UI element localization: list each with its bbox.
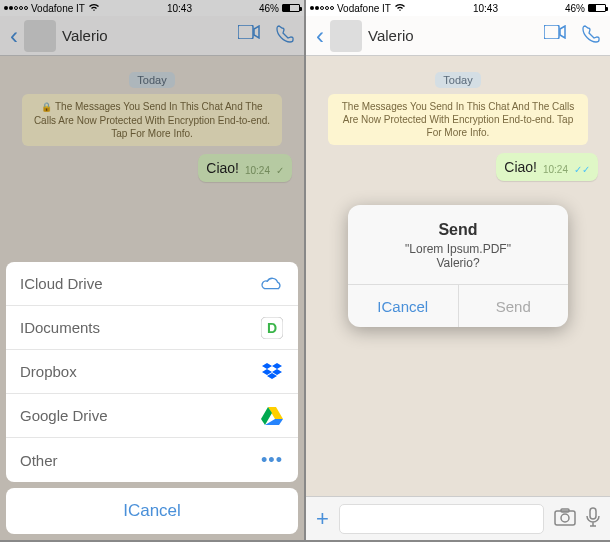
video-call-icon[interactable]: [544, 25, 566, 47]
battery-percent: 46%: [565, 3, 585, 14]
sheet-item-icloud[interactable]: ICloud Drive: [6, 262, 298, 306]
message-row: Ciao! 10:24 ✓✓: [318, 153, 598, 181]
read-check-icon: ✓✓: [574, 164, 590, 175]
wifi-icon: [394, 3, 406, 14]
action-sheet: ICloud Drive IDocuments D Dropbox Google…: [0, 256, 304, 540]
signal-dots: [310, 6, 334, 10]
chat-area: Today The Messages You Send In This Chat…: [306, 56, 610, 197]
chat-header: ‹ Valerio: [306, 16, 610, 56]
dropbox-icon: [260, 360, 284, 384]
battery-icon: [588, 4, 606, 12]
gdrive-icon: [260, 404, 284, 428]
day-label: Today: [314, 70, 602, 88]
status-bar: Vodafone IT 10:43 46%: [306, 0, 610, 16]
message-time: 10:24: [543, 164, 568, 175]
alert-filename: "Lorem Ipsum.PDF": [358, 242, 558, 256]
svg-rect-4: [555, 511, 575, 525]
svg-rect-7: [590, 508, 596, 519]
svg-point-5: [561, 514, 569, 522]
attach-button[interactable]: +: [316, 506, 329, 532]
back-button[interactable]: ‹: [316, 22, 324, 50]
battery-icon: [282, 4, 300, 12]
message-bubble[interactable]: Ciao! 10:24 ✓✓: [496, 153, 598, 181]
alert-title: Send: [358, 221, 558, 239]
mic-icon[interactable]: [586, 507, 600, 531]
voice-call-icon[interactable]: [582, 25, 600, 47]
sheet-item-gdrive[interactable]: Google Drive: [6, 394, 298, 438]
alert-send-button[interactable]: Send: [459, 285, 569, 327]
icloud-icon: [260, 272, 284, 296]
sheet-label: ICloud Drive: [20, 275, 103, 292]
alert-cancel-button[interactable]: ICancel: [348, 285, 459, 327]
contact-name[interactable]: Valerio: [368, 27, 544, 44]
encryption-banner[interactable]: The Messages You Send In This Chat And T…: [328, 94, 588, 145]
message-text: Ciao!: [504, 159, 537, 175]
sheet-label: Other: [20, 452, 58, 469]
documents-app-icon: D: [260, 316, 284, 340]
send-alert: Send "Lorem Ipsum.PDF" Valerio? ICancel …: [348, 205, 568, 327]
sheet-item-other[interactable]: Other •••: [6, 438, 298, 482]
sheet-label: Google Drive: [20, 407, 108, 424]
sheet-item-documents[interactable]: IDocuments D: [6, 306, 298, 350]
screen-right: Vodafone IT 10:43 46% ‹ Valerio Today Th…: [306, 0, 610, 540]
sheet-label: IDocuments: [20, 319, 100, 336]
carrier-label: Vodafone IT: [337, 3, 391, 14]
cancel-button[interactable]: ICancel: [6, 488, 298, 534]
sheet-group: ICloud Drive IDocuments D Dropbox Google…: [6, 262, 298, 482]
camera-icon[interactable]: [554, 508, 576, 530]
sheet-label: Dropbox: [20, 363, 77, 380]
input-bar: +: [306, 496, 610, 540]
sheet-item-dropbox[interactable]: Dropbox: [6, 350, 298, 394]
message-input[interactable]: [339, 504, 544, 534]
avatar[interactable]: [330, 20, 362, 52]
more-icon: •••: [260, 448, 284, 472]
screen-left: Vodafone IT 10:43 46% ‹ Valerio Today 🔒: [0, 0, 304, 540]
alert-recipient: Valerio?: [358, 256, 558, 270]
time-label: 10:43: [473, 3, 498, 14]
svg-rect-3: [544, 25, 559, 39]
svg-text:D: D: [267, 320, 277, 336]
